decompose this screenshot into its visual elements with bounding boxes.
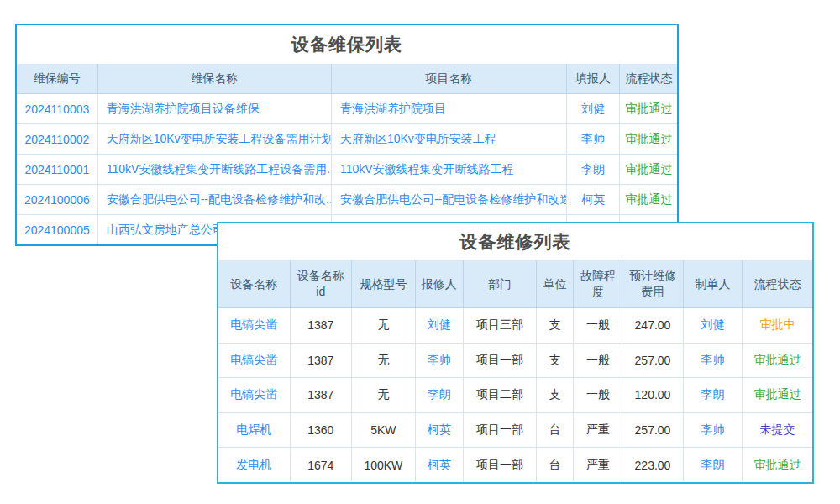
link-cell[interactable]: 李帅 bbox=[684, 344, 743, 378]
table-cell: 支 bbox=[537, 308, 575, 343]
header-cell: 项目名称 bbox=[332, 64, 567, 93]
repair-rows: 电镐尖凿1387无刘健项目三部支一般247.00刘健审批中电镐尖凿1387无李帅… bbox=[218, 308, 812, 482]
maintenance-header-row: 维保编号维保名称项目名称填报人流程状态 bbox=[17, 64, 677, 94]
table-cell: 247.00 bbox=[622, 308, 683, 343]
status-cell: 审批通过 bbox=[620, 94, 677, 123]
table-cell: 无 bbox=[352, 344, 416, 378]
table-row: 电镐尖凿1387无刘健项目三部支一般247.00刘健审批中 bbox=[218, 308, 812, 344]
table-row: 2024110002天府新区10Kv变电所安装工程设备需用计划天府新区10Kv变… bbox=[17, 124, 677, 155]
table-cell: 项目二部 bbox=[464, 378, 537, 412]
link-cell[interactable]: 2024110003 bbox=[17, 94, 98, 123]
status-cell: 审批通过 bbox=[743, 448, 812, 482]
table-cell: 一般 bbox=[574, 308, 622, 343]
table-cell: 项目一部 bbox=[464, 413, 537, 448]
status-cell: 审批通过 bbox=[620, 124, 677, 154]
table-cell: 1360 bbox=[291, 413, 353, 448]
repair-header-row: 设备名称设备名称id规格型号报修人部门单位故障程度预计维修费用制单人流程状态 bbox=[218, 260, 812, 308]
header-cell: 预计维修费用 bbox=[622, 260, 683, 307]
table-cell: 无 bbox=[352, 308, 416, 343]
link-cell[interactable]: 刘健 bbox=[684, 308, 743, 343]
table-row: 发电机1674100KW柯英项目一部台严重223.00李朗审批通过 bbox=[218, 448, 812, 482]
link-cell[interactable]: 柯英 bbox=[416, 448, 464, 482]
table-cell: 严重 bbox=[574, 413, 622, 448]
maintenance-list-card: 设备维保列表 维保编号维保名称项目名称填报人流程状态 2024110003青海洪… bbox=[15, 24, 679, 246]
link-cell[interactable]: 电镐尖凿 bbox=[218, 344, 291, 378]
table-row: 2024100006安徽合肥供电公司--配电设备检修维护和改...安徽合肥供电公… bbox=[17, 185, 677, 215]
table-cell: 5KW bbox=[352, 413, 416, 448]
link-cell[interactable]: 2024110002 bbox=[17, 124, 98, 154]
link-cell[interactable]: 2024100005 bbox=[17, 215, 98, 244]
header-cell: 设备名称id bbox=[291, 260, 353, 307]
link-cell[interactable]: 安徽合肥供电公司--配电设备检修维护和改造 bbox=[332, 185, 567, 214]
link-cell[interactable]: 发电机 bbox=[218, 448, 291, 482]
table-row: 2024110001110kV安徽线程集变开断线路工程设备需用...110kV安… bbox=[17, 155, 677, 185]
table-row: 电镐尖凿1387无李朗项目二部支一般120.00李朗审批通过 bbox=[218, 378, 812, 413]
header-cell: 流程状态 bbox=[743, 260, 812, 307]
header-cell: 故障程度 bbox=[574, 260, 622, 307]
header-cell: 流程状态 bbox=[620, 64, 677, 93]
link-cell[interactable]: 李帅 bbox=[567, 124, 621, 154]
link-cell[interactable]: 李朗 bbox=[567, 155, 621, 184]
link-cell[interactable]: 天府新区10Kv变电所安装工程设备需用计划 bbox=[98, 124, 332, 154]
table-cell: 257.00 bbox=[622, 344, 683, 378]
header-cell: 维保名称 bbox=[98, 64, 332, 93]
repair-list-title: 设备维修列表 bbox=[218, 223, 812, 260]
header-cell: 设备名称 bbox=[218, 260, 291, 307]
table-cell: 120.00 bbox=[622, 378, 683, 412]
link-cell[interactable]: 110kV安徽线程集变开断线路工程设备需用... bbox=[98, 155, 332, 184]
link-cell[interactable]: 电焊机 bbox=[218, 413, 291, 448]
link-cell[interactable]: 李帅 bbox=[416, 344, 464, 378]
table-cell: 1387 bbox=[291, 344, 353, 378]
table-row: 电镐尖凿1387无李帅项目一部支一般257.00李帅审批通过 bbox=[218, 344, 812, 379]
table-cell: 无 bbox=[352, 378, 416, 412]
link-cell[interactable]: 2024110001 bbox=[17, 155, 98, 184]
status-cell: 审批通过 bbox=[743, 344, 812, 378]
table-cell: 1387 bbox=[291, 378, 353, 412]
link-cell[interactable]: 李朗 bbox=[684, 378, 743, 412]
table-cell: 项目三部 bbox=[464, 308, 537, 343]
table-cell: 一般 bbox=[574, 344, 622, 378]
table-cell: 100KW bbox=[352, 448, 416, 482]
table-cell: 支 bbox=[537, 344, 575, 378]
table-cell: 1674 bbox=[291, 448, 353, 482]
table-cell: 257.00 bbox=[622, 413, 683, 448]
table-cell: 223.00 bbox=[622, 448, 683, 482]
link-cell[interactable]: 天府新区10Kv变电所安装工程 bbox=[332, 124, 567, 154]
link-cell[interactable]: 2024100006 bbox=[17, 185, 98, 214]
link-cell[interactable]: 李朗 bbox=[684, 448, 743, 482]
table-cell: 一般 bbox=[574, 378, 622, 412]
table-row: 2024110003青海洪湖养护院项目设备维保青海洪湖养护院项目刘健审批通过 bbox=[17, 94, 677, 124]
status-cell: 审批通过 bbox=[620, 155, 677, 184]
header-cell: 单位 bbox=[537, 260, 575, 307]
table-cell: 项目一部 bbox=[464, 344, 537, 378]
header-cell: 制单人 bbox=[684, 260, 743, 307]
header-cell: 填报人 bbox=[567, 64, 621, 93]
table-cell: 项目一部 bbox=[464, 448, 537, 482]
link-cell[interactable]: 青海洪湖养护院项目设备维保 bbox=[98, 94, 332, 123]
header-cell: 部门 bbox=[464, 260, 537, 307]
header-cell: 维保编号 bbox=[17, 64, 98, 93]
link-cell[interactable]: 电镐尖凿 bbox=[218, 378, 291, 412]
link-cell[interactable]: 电镐尖凿 bbox=[218, 308, 291, 343]
link-cell[interactable]: 刘健 bbox=[416, 308, 464, 343]
maintenance-list-title: 设备维保列表 bbox=[17, 25, 677, 64]
link-cell[interactable]: 柯英 bbox=[416, 413, 464, 448]
status-cell: 审批中 bbox=[743, 308, 812, 343]
repair-list-card: 设备维修列表 设备名称设备名称id规格型号报修人部门单位故障程度预计维修费用制单… bbox=[217, 222, 814, 484]
table-cell: 支 bbox=[537, 378, 575, 412]
link-cell[interactable]: 李帅 bbox=[684, 413, 743, 448]
link-cell[interactable]: 青海洪湖养护院项目 bbox=[332, 94, 567, 123]
table-cell: 严重 bbox=[574, 448, 622, 482]
link-cell[interactable]: 安徽合肥供电公司--配电设备检修维护和改... bbox=[98, 185, 332, 214]
header-cell: 规格型号 bbox=[352, 260, 416, 307]
link-cell[interactable]: 柯英 bbox=[567, 185, 621, 214]
table-row: 电焊机13605KW柯英项目一部台严重257.00李帅未提交 bbox=[218, 413, 812, 449]
status-cell: 审批通过 bbox=[620, 185, 677, 214]
link-cell[interactable]: 110kV安徽线程集变开断线路工程 bbox=[332, 155, 567, 184]
link-cell[interactable]: 李朗 bbox=[416, 378, 464, 412]
table-cell: 台 bbox=[537, 413, 575, 448]
status-cell: 审批通过 bbox=[743, 378, 812, 412]
link-cell[interactable]: 刘健 bbox=[567, 94, 621, 123]
table-cell: 台 bbox=[537, 448, 575, 482]
table-cell: 1387 bbox=[291, 308, 353, 343]
